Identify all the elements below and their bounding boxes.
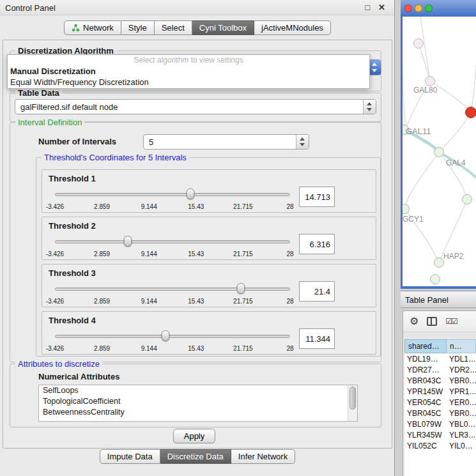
apply-button[interactable]: Apply [173,429,215,443]
network-canvas[interactable]: GAL80 GAL11 GAL4 GCY1 HAP2 [403,17,476,286]
float-window-icon[interactable]: □ [365,3,370,12]
thresholds-group-title: Threshold's Coordinates for 5 Intervals [42,153,189,162]
table-data-value: galFiltered.sif default node [20,102,118,112]
network-node[interactable] [434,257,444,268]
threshold-2-slider[interactable] [55,235,290,249]
threshold-3-label: Threshold 3 [49,268,96,278]
list-scrollbar[interactable] [348,385,357,421]
table-data-combobox[interactable]: galFiltered.sif default node [15,99,376,114]
close-window-icon[interactable]: ✕ [378,3,385,12]
table-row[interactable]: YDL19… YDL1… [404,353,476,364]
tab-infer-network[interactable]: Infer Network [231,449,295,464]
tick-label: 9.144 [141,298,157,305]
table-row[interactable]: YER054C YER0… [404,397,476,408]
minimize-traffic-light-icon[interactable] [415,4,422,12]
select-columns-icon[interactable]: ☑☑ [445,317,457,326]
table-row[interactable]: YPR145W YPR1… [404,386,476,397]
cell-name: YIL0… [447,440,476,451]
list-item[interactable]: TopologicalCoefficient [39,396,357,407]
network-node[interactable] [413,38,424,49]
num-intervals-stepper-icon[interactable] [296,135,309,149]
slider-track[interactable] [55,193,290,196]
tab-jactivemodules[interactable]: jActiveMNodules [254,20,331,35]
algorithm-menu-item-manual[interactable]: Manual Discretization [8,66,369,77]
network-node[interactable] [462,194,472,204]
threshold-2-label: Threshold 2 [49,221,96,231]
tick-label: -3.426 [46,345,64,352]
list-item[interactable]: BetweennessCentrality [39,407,357,418]
tick-label: 9.144 [141,250,157,257]
tab-select[interactable]: Select [155,20,192,35]
cell-shared-name: YBR043C [404,375,447,386]
table-row[interactable]: YBR043C YBR0… [404,375,476,386]
gear-icon[interactable]: ⚙ [410,316,418,326]
threshold-2-panel: Threshold 2 -3.426 2.859 9.144 15.43 21.… [42,217,376,260]
threshold-3-value-field[interactable]: 21.4 [299,281,335,302]
tick-label: 15.43 [188,203,204,210]
top-tab-bar: Network Style Select Cyni Toolbox jActiv… [0,20,395,35]
slider-thumb[interactable] [124,236,132,247]
tab-discretize-data[interactable]: Discretize Data [160,449,231,464]
tab-impute-data[interactable]: Impute Data [100,449,160,464]
slider-tick-labels: -3.426 2.859 9.144 15.43 21.715 28 [55,203,290,211]
table-row[interactable]: YIL052C YIL0… [404,440,476,451]
threshold-2-value-field[interactable]: 6.316 [299,234,335,254]
threshold-4-value-field[interactable]: 11.344 [299,328,335,349]
algorithm-menu-item-equal-width[interactable]: Equal Width/Frequency Discretization [8,77,369,88]
column-header-shared-name[interactable]: shared… [404,339,447,353]
slider-track[interactable] [55,240,290,243]
slider-track[interactable] [55,335,290,338]
table-body: YDL19… YDL1… YDR27… YDR2… YBR043C YBR0… … [404,353,476,476]
close-traffic-light-icon[interactable] [404,4,412,12]
table-row[interactable]: YDR27… YDR2… [404,364,476,375]
columns-icon[interactable] [427,317,437,326]
table-panel-window: ⚙ ☑☑ shared… n… YDL19… YDL1… YDR27… YDR2… [403,311,476,476]
slider-track[interactable] [55,288,290,291]
numerical-attributes-label: Numerical Attributes [38,372,119,381]
threshold-1-panel: Threshold 1 -3.426 2.859 9.144 15.43 21.… [42,169,376,213]
table-row[interactable]: YBL079W YBL0… [404,418,476,429]
scrollbar-thumb[interactable] [349,387,356,410]
network-node[interactable] [430,274,440,284]
tab-cyni-toolbox[interactable]: Cyni Toolbox [192,20,254,35]
tick-label: 28 [286,203,293,210]
column-header-name[interactable]: n… [447,339,476,353]
num-intervals-combobox[interactable]: 5 [143,134,309,150]
network-node-selected[interactable] [465,107,476,118]
node-label: GAL80 [413,86,437,95]
network-node[interactable] [425,76,435,86]
threshold-1-value-field[interactable]: 14.713 [299,187,335,207]
algorithm-stepper-icon[interactable] [368,60,381,75]
table-data-title: Table Data [15,88,62,98]
list-item[interactable]: SelfLoops [39,385,357,396]
tick-label: 9.144 [141,203,157,210]
table-data-stepper-icon[interactable] [363,100,376,114]
threshold-4-panel: Threshold 4 -3.426 2.859 9.144 15.43 21.… [42,311,376,355]
network-window-titlebar [401,0,476,17]
algorithm-dropdown-menu: Select algorithm to view settings Manual… [7,54,370,89]
slider-tick-labels: -3.426 2.859 9.144 15.43 21.715 28 [55,298,290,305]
network-node[interactable] [434,147,444,157]
tick-label: 21.715 [233,345,253,352]
tab-select-label: Select [162,23,185,33]
tab-network[interactable]: Network [64,20,121,35]
table-row[interactable]: YLR345W YLR3… [404,429,476,440]
slider-thumb[interactable] [161,330,169,341]
slider-thumb[interactable] [187,188,195,199]
attribute-items: SelfLoops TopologicalCoefficient Between… [39,385,357,418]
bottom-tab-bar: Impute Data Discretize Data Infer Networ… [0,449,395,464]
tab-style[interactable]: Style [121,20,155,35]
zoom-traffic-light-icon[interactable] [425,4,433,12]
num-intervals-label: Number of Intervals [38,137,116,146]
table-row[interactable]: YBR045C YBR0… [404,408,476,418]
cell-shared-name: YBR045C [404,408,447,418]
slider-thumb[interactable] [236,283,245,294]
tick-label: -3.426 [46,298,64,305]
tick-label: 15.43 [188,250,204,257]
tick-label: 2.859 [94,203,110,210]
threshold-3-panel: Threshold 3 -3.426 2.859 9.144 15.43 21.… [42,264,376,307]
threshold-4-slider[interactable] [55,330,290,344]
threshold-3-slider[interactable] [55,282,290,296]
cell-shared-name: YER054C [404,397,447,408]
threshold-1-slider[interactable] [55,188,290,202]
